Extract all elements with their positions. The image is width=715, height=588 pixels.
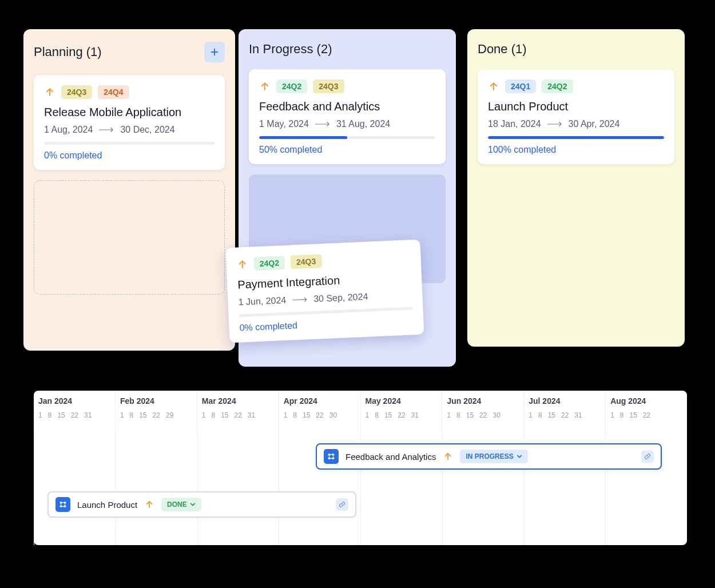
timeline-month-feb: Feb 2024 18152229 — [115, 391, 197, 433]
tag-q3: 24Q3 — [290, 254, 321, 269]
tag-q3: 24Q3 — [61, 85, 92, 99]
add-button[interactable] — [204, 42, 225, 62]
plus-icon — [209, 47, 220, 57]
date-end: 30 Apr, 2024 — [569, 119, 620, 129]
date-end: 30 Sep, 2024 — [313, 292, 368, 304]
priority-up-icon — [236, 259, 248, 271]
card-title: Launch Product — [488, 100, 664, 113]
tag-q4: 24Q4 — [98, 85, 129, 99]
svg-rect-7 — [63, 506, 66, 507]
card-dates: 1 Aug, 2024 30 Dec, 2024 — [44, 125, 214, 135]
link-icon — [644, 453, 651, 460]
svg-rect-4 — [60, 502, 62, 503]
tag-q2: 24Q2 — [542, 80, 573, 93]
card-dates: 18 Jan, 2024 30 Apr, 2024 — [488, 119, 664, 129]
svg-rect-2 — [328, 458, 331, 459]
status-inprogress[interactable]: IN PROGRESS — [460, 450, 527, 463]
timeline-body: Feedback and Analytics IN PROGRESS Launc… — [34, 433, 687, 545]
card-title: Payment Integration — [237, 271, 412, 291]
date-end: 31 Aug, 2024 — [336, 119, 390, 129]
column-title-inprogress: In Progress (2) — [249, 42, 332, 57]
priority-up-icon — [44, 86, 55, 98]
timeline-item-icon — [55, 497, 70, 512]
priority-up-icon — [488, 81, 499, 92]
progress-label: 0% completed — [44, 150, 214, 161]
timeline-bar-title: Launch Product — [77, 500, 137, 510]
timeline-bar-title: Feedback and Analytics — [345, 452, 436, 462]
arrow-right-icon — [98, 127, 114, 133]
status-done[interactable]: DONE — [161, 498, 201, 511]
link-icon — [339, 501, 345, 508]
timeline-month-may: May 2024 18152231 — [360, 391, 442, 433]
kanban-board: Planning (1) 24Q3 24Q4 Release Mobile Ap… — [23, 29, 235, 351]
progress-label: 50% completed — [259, 145, 435, 155]
svg-rect-6 — [60, 506, 62, 507]
progress-label: 100% completed — [488, 145, 664, 155]
tag-q2: 24Q2 — [276, 80, 307, 93]
link-icon-button[interactable] — [641, 450, 654, 463]
card-title: Feedback and Analytics — [259, 100, 435, 113]
timeline-month-apr: Apr 2024 18152230 — [279, 391, 360, 433]
column-title-planning: Planning (1) — [34, 45, 102, 59]
timeline-bar-feedback[interactable]: Feedback and Analytics IN PROGRESS — [316, 443, 662, 470]
svg-rect-1 — [332, 454, 334, 455]
arrow-right-icon — [547, 121, 563, 127]
tag-q1: 24Q1 — [505, 80, 536, 93]
timeline-month-jun: Jun 2024 18152230 — [442, 391, 523, 433]
svg-rect-0 — [328, 454, 331, 455]
svg-rect-3 — [332, 458, 334, 459]
date-start: 1 May, 2024 — [259, 119, 309, 129]
timeline-month-jul: Jul 2024 18152231 — [523, 391, 605, 433]
priority-up-icon — [259, 81, 271, 92]
column-planning: Planning (1) 24Q3 24Q4 Release Mobile Ap… — [23, 29, 235, 351]
card-release[interactable]: 24Q3 24Q4 Release Mobile Application 1 A… — [34, 75, 225, 170]
card-payment-dragging[interactable]: 24Q2 24Q3 Payment Integration 1 Jun, 202… — [226, 240, 424, 343]
arrow-right-icon — [315, 121, 331, 127]
date-end: 30 Dec, 2024 — [120, 125, 174, 135]
date-start: 1 Jun, 2024 — [238, 295, 286, 308]
timeline-month-mar: Mar 2024 18152231 — [197, 391, 279, 433]
progress-bar — [259, 136, 435, 139]
dropzone[interactable] — [34, 180, 225, 295]
timeline-bar-launch[interactable]: Launch Product DONE — [47, 491, 356, 518]
date-start: 1 Aug, 2024 — [44, 125, 93, 135]
arrow-right-icon — [292, 296, 308, 303]
card-dates: 1 May, 2024 31 Aug, 2024 — [259, 119, 435, 129]
progress-label: 0% completed — [239, 315, 413, 333]
svg-rect-5 — [63, 502, 66, 503]
progress-bar — [488, 136, 664, 139]
chevron-down-icon — [190, 502, 196, 507]
card-launch[interactable]: 24Q1 24Q2 Launch Product 18 Jan, 2024 30… — [478, 69, 674, 164]
progress-bar — [239, 307, 413, 317]
timeline-header: Jan 2024 18152231 Feb 2024 18152229 Mar … — [34, 391, 687, 433]
card-title: Release Mobile Application — [44, 106, 214, 119]
chevron-down-icon — [517, 454, 522, 459]
card-feedback[interactable]: 24Q2 24Q3 Feedback and Analytics 1 May, … — [249, 69, 446, 164]
card-dates: 1 Jun, 2024 30 Sep, 2024 — [238, 289, 412, 307]
priority-up-icon — [144, 499, 154, 510]
link-icon-button[interactable] — [336, 498, 348, 511]
timeline-month-jan: Jan 2024 18152231 — [34, 391, 115, 433]
timeline-month-aug: Aug 2024 181522 — [605, 391, 687, 433]
progress-bar — [44, 142, 214, 145]
date-start: 18 Jan, 2024 — [488, 119, 541, 129]
column-title-done: Done (1) — [478, 42, 527, 57]
tag-q3: 24Q3 — [313, 80, 344, 93]
priority-up-icon — [443, 451, 453, 462]
column-done: Done (1) 24Q1 24Q2 Launch Product 18 Jan… — [467, 29, 685, 347]
timeline-item-icon — [324, 449, 339, 464]
tag-q2: 24Q2 — [253, 256, 285, 271]
timeline: Jan 2024 18152231 Feb 2024 18152229 Mar … — [34, 391, 687, 545]
